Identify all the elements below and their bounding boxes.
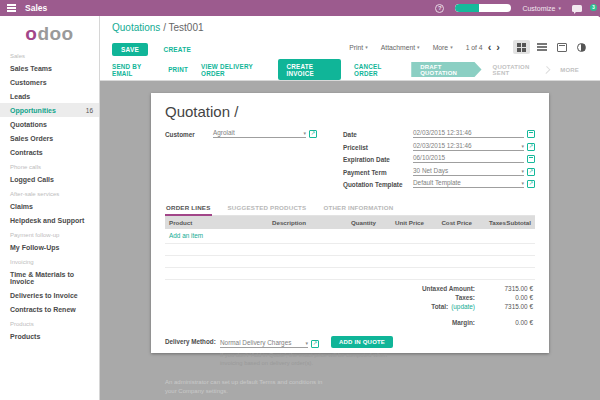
graph-view-icon[interactable] (573, 40, 590, 54)
sidebar: odoo Sales Sales Teams Customers Leads O… (0, 16, 100, 400)
chevron-down-icon: ▾ (521, 180, 524, 186)
sidebar-item-contracts[interactable]: Contracts (0, 145, 99, 159)
add-in-quote-button[interactable]: ADD IN QUOTE (331, 336, 393, 348)
delivery-method-row: Delivery Method: Normal Delivery Charges… (165, 336, 535, 368)
sidebar-item-sales-orders[interactable]: Sales Orders (0, 131, 99, 145)
chevron-down-icon: ▾ (417, 44, 420, 50)
pager-previous-icon[interactable]: ‹ (488, 42, 492, 53)
chevron-down-icon: ▾ (558, 5, 561, 11)
chevron-down-icon: ▾ (521, 143, 524, 149)
quotation-sheet: Quotation / Customer Agrolait ▾ ↗ (151, 93, 549, 353)
create-button[interactable]: CREATE (163, 46, 190, 53)
status-step-quotation-sent[interactable]: QUOTATION SENT (482, 62, 549, 77)
sidebar-item-opportunities[interactable]: Opportunities 16 (0, 103, 99, 117)
sidebar-item-my-follow-ups[interactable]: My Follow-Ups (0, 240, 99, 254)
edit-buttons: SAVE CREATE (112, 38, 191, 56)
untaxed-amount-label: Untaxed Amount: (422, 284, 475, 293)
pricelist-field[interactable]: 02/03/2015 12:31:46▾ (413, 142, 524, 151)
sidebar-item-deliveries-to-invoice[interactable]: Deliveries to Invoice (0, 288, 99, 302)
help-icon[interactable]: ? (435, 4, 444, 13)
chevron-down-icon: ▾ (450, 44, 453, 50)
chevron-down-icon: ▾ (305, 340, 308, 346)
kanban-view-icon[interactable] (513, 40, 530, 54)
expiration-date-field[interactable]: 06/10/2015 (413, 154, 524, 163)
opportunities-count-badge: 16 (86, 107, 93, 114)
cancel-order-button[interactable]: CANCEL ORDER (354, 63, 398, 77)
margin-label: Margin: (452, 318, 475, 327)
add-an-item-link[interactable]: Add an item (165, 229, 535, 244)
messages-count-badge: 3 (590, 4, 597, 11)
sidebar-item-quotations[interactable]: Quotations (0, 117, 99, 131)
list-view-icon[interactable] (533, 40, 550, 54)
delivery-method-external-link-icon[interactable]: ↗ (311, 340, 319, 348)
send-by-email-button[interactable]: SEND BY EMAIL (112, 63, 155, 77)
customer-field[interactable]: Agrolait ▾ (213, 129, 306, 138)
control-panel: Quotations / Test001 SAVE CREATE Print▾ … (100, 16, 600, 81)
calendar-view-icon[interactable] (553, 40, 570, 54)
sidebar-item-claims[interactable]: Claims (0, 199, 99, 213)
taxes-label: Taxes: (455, 293, 475, 302)
attachment-dropdown[interactable]: Attachment▾ (381, 44, 420, 51)
taxes-value: 0.00 € (475, 293, 533, 302)
pricelist-external-link-icon[interactable]: ↗ (527, 143, 535, 151)
sidebar-section-sales: Sales (0, 48, 99, 61)
breadcrumb-quotations-link[interactable]: Quotations (112, 22, 160, 33)
action-buttons: SEND BY EMAIL PRINT VIEW DELIVERY ORDER … (112, 59, 411, 80)
status-step-more[interactable]: MORE (549, 62, 590, 77)
calendar-icon[interactable] (527, 130, 535, 138)
sidebar-item-products[interactable]: Products (0, 329, 99, 343)
more-dropdown[interactable]: More▾ (433, 44, 453, 51)
tab-suggested-products[interactable]: SUGGESTED PRODUCTS (227, 201, 308, 215)
print-dropdown[interactable]: Print▾ (349, 44, 368, 51)
chevron-down-icon: ▾ (521, 168, 524, 174)
sidebar-item-sales-teams[interactable]: Sales Teams (0, 61, 99, 75)
sidebar-item-leads[interactable]: Leads (0, 89, 99, 103)
pricelist-label: Pricelist (343, 144, 413, 151)
sidebar-item-contracts-to-renew[interactable]: Contracts to Renew (0, 302, 99, 316)
print-action-button[interactable]: PRINT (168, 66, 188, 73)
sidebar-item-customers[interactable]: Customers (0, 75, 99, 89)
terms-placeholder[interactable]: An administrator can set up default Term… (165, 378, 325, 396)
odoo-logo[interactable]: odoo (0, 16, 99, 48)
status-step-draft-quotation[interactable]: DRAFT QUOTATION (411, 62, 481, 77)
empty-order-line (165, 244, 535, 256)
app-window: Sales ? Customize ▾ 3 odoo Sales Sales T… (0, 0, 600, 400)
sidebar-item-time-materials[interactable]: Time & Materials to Invoice (0, 267, 99, 288)
create-invoice-button[interactable]: CREATE INVOICE (278, 59, 341, 80)
sidebar-item-helpdesk[interactable]: Helpdesk and Support (0, 213, 99, 227)
update-taxes-link[interactable]: (update) (451, 302, 475, 311)
view-switcher (513, 40, 590, 54)
planner-progress-bar (455, 4, 511, 12)
terms-input-underline[interactable] (165, 396, 285, 400)
col-description: Description (272, 219, 334, 226)
sidebar-item-logged-calls[interactable]: Logged Calls (0, 172, 99, 186)
tab-order-lines[interactable]: ORDER LINES (165, 201, 212, 216)
app-title: Sales (25, 3, 47, 13)
date-field[interactable]: 02/03/2015 12:31:46 (413, 129, 524, 138)
view-delivery-order-button[interactable]: VIEW DELIVERY ORDER (201, 63, 265, 77)
margin-value: 0.00 € (475, 318, 533, 327)
col-taxes: Taxes (472, 219, 506, 226)
delivery-method-help-text: If you don't 'Add in Quote', the exact p… (220, 351, 400, 368)
date-label: Date (343, 131, 413, 138)
quotation-template-label: Quotation Template (343, 181, 413, 188)
hamburger-menu-icon[interactable] (7, 4, 16, 12)
customize-menu[interactable]: Customize ▾ (522, 5, 561, 12)
quotation-template-external-link-icon[interactable]: ↗ (527, 180, 535, 188)
pager-next-icon[interactable]: › (496, 42, 500, 53)
payment-term-external-link-icon[interactable]: ↗ (527, 168, 535, 176)
calendar-icon[interactable] (527, 155, 535, 163)
payment-term-field[interactable]: 30 Net Days▾ (413, 167, 524, 176)
chat-icon[interactable] (572, 5, 582, 12)
customize-label: Customize (522, 5, 555, 12)
quotation-template-field[interactable]: Default Template▾ (413, 179, 524, 188)
sidebar-section-payment-follow-up: Payment follow-up (0, 227, 99, 240)
save-button[interactable]: SAVE (112, 43, 148, 56)
form-content: Quotation / Customer Agrolait ▾ ↗ (100, 81, 600, 400)
tab-other-information[interactable]: OTHER INFORMATION (322, 201, 394, 215)
col-product: Product (169, 219, 272, 226)
delivery-method-field[interactable]: Normal Delivery Charges ▾ (220, 339, 308, 348)
customer-external-link-icon[interactable]: ↗ (309, 130, 317, 138)
untaxed-amount-value: 7315.00 € (475, 284, 533, 293)
sidebar-section-phone-calls: Phone calls (0, 159, 99, 172)
